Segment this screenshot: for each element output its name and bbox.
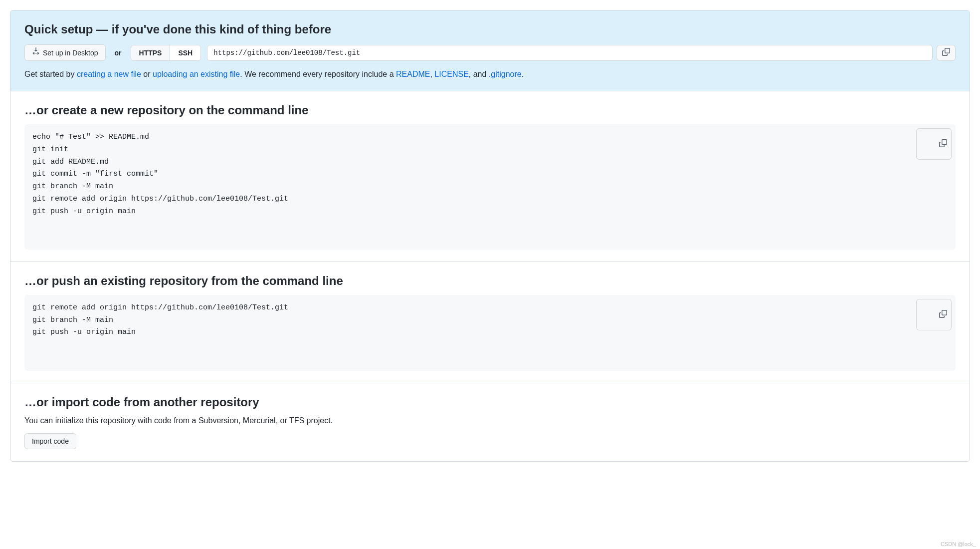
quick-setup-heading: Quick setup — if you've done this kind o…	[24, 22, 956, 36]
copy-icon	[921, 302, 947, 327]
help-prefix: Get started by	[24, 70, 77, 78]
https-tab[interactable]: HTTPS	[131, 45, 170, 60]
setup-desktop-button[interactable]: Set up in Desktop	[24, 44, 106, 61]
ssh-tab[interactable]: SSH	[170, 45, 200, 60]
create-repo-heading: …or create a new repository on the comma…	[24, 103, 956, 117]
help-and: , and	[469, 70, 489, 78]
readme-link[interactable]: README	[396, 70, 430, 78]
create-repo-section: …or create a new repository on the comma…	[10, 91, 970, 262]
setup-desktop-label: Set up in Desktop	[43, 48, 98, 58]
url-input-wrap	[207, 45, 956, 61]
protocol-toggle: HTTPS SSH	[131, 45, 201, 61]
license-link[interactable]: LICENSE	[434, 70, 468, 78]
quick-setup-panel: Quick setup — if you've done this kind o…	[10, 10, 970, 91]
import-code-button[interactable]: Import code	[24, 433, 76, 449]
create-repo-code: echo "# Test" >> README.md git init git …	[24, 124, 956, 250]
push-repo-heading: …or push an existing repository from the…	[24, 274, 956, 288]
import-repo-heading: …or import code from another repository	[24, 395, 956, 409]
comma: ,	[430, 70, 434, 78]
help-end: .	[522, 70, 524, 78]
import-repo-desc: You can initialize this repository with …	[24, 416, 956, 425]
empty-repo-container: Quick setup — if you've done this kind o…	[10, 10, 970, 462]
copy-url-button[interactable]	[937, 45, 956, 61]
help-mid: . We recommend every repository include …	[240, 70, 396, 78]
upload-file-link[interactable]: uploading an existing file	[153, 70, 240, 78]
copy-create-code-button[interactable]	[916, 128, 952, 160]
copy-icon	[921, 132, 947, 156]
or-separator: or	[112, 49, 125, 57]
quick-setup-help: Get started by creating a new file or up…	[24, 70, 956, 79]
setup-controls-row: Set up in Desktop or HTTPS SSH	[24, 44, 956, 61]
push-repo-section: …or push an existing repository from the…	[10, 262, 970, 383]
gitignore-link[interactable]: .gitignore	[489, 70, 522, 78]
help-or: or	[141, 70, 153, 78]
push-repo-code: git remote add origin https://github.com…	[24, 295, 956, 371]
desktop-download-icon	[32, 47, 40, 58]
copy-icon	[942, 48, 950, 57]
create-file-link[interactable]: creating a new file	[77, 70, 141, 78]
import-repo-section: …or import code from another repository …	[10, 383, 970, 461]
copy-push-code-button[interactable]	[916, 299, 952, 330]
repo-url-input[interactable]	[207, 45, 933, 61]
